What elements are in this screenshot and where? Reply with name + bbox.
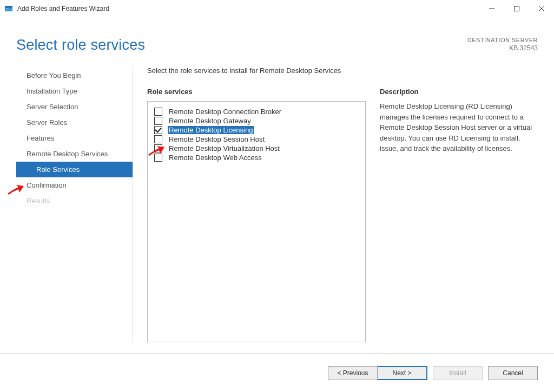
step-role-services[interactable]: Role Services: [16, 162, 133, 177]
install-button: Install: [433, 366, 483, 380]
checkbox-icon[interactable]: [154, 117, 162, 125]
svg-rect-3: [6, 10, 9, 10]
description-heading: Description: [380, 88, 538, 96]
destination-label: DESTINATION SERVER: [467, 37, 538, 43]
cancel-button[interactable]: Cancel: [488, 366, 538, 380]
step-confirmation[interactable]: Confirmation: [16, 177, 133, 193]
step-before-you-begin[interactable]: Before You Begin: [16, 68, 133, 83]
role-services-heading: Role services: [147, 88, 366, 96]
step-results: Results: [16, 193, 133, 209]
role-service-item[interactable]: Remote Desktop Session Host: [152, 135, 361, 144]
role-service-label: Remote Desktop Web Access: [168, 154, 263, 162]
header: Select role services DESTINATION SERVER …: [0, 17, 554, 67]
titlebar: Add Roles and Features Wizard: [0, 0, 554, 17]
role-services-column: Role services Remote Desktop Connection …: [147, 88, 366, 342]
content-columns: Role services Remote Desktop Connection …: [147, 88, 538, 342]
destination-server: DESTINATION SERVER KB.32543: [467, 37, 538, 52]
role-service-item[interactable]: Remote Desktop Licensing: [152, 125, 361, 135]
svg-rect-2: [6, 9, 8, 9]
checkbox-icon[interactable]: [154, 144, 162, 152]
role-service-item[interactable]: Remote Desktop Gateway: [152, 116, 361, 125]
description-text: Remote Desktop Licensing (RD Licensing) …: [380, 101, 538, 154]
svg-rect-5: [515, 6, 519, 11]
footer: < Previous Next > Install Cancel: [0, 353, 554, 392]
minimize-button[interactable]: [479, 0, 504, 17]
role-services-listbox[interactable]: Remote Desktop Connection Broker Remote …: [147, 101, 366, 342]
next-button[interactable]: Next >: [378, 366, 427, 380]
step-server-roles[interactable]: Server Roles: [16, 115, 133, 130]
role-service-label: Remote Desktop Virtualization Host: [168, 144, 281, 152]
checkbox-icon[interactable]: [154, 135, 162, 143]
description-column: Description Remote Desktop Licensing (RD…: [380, 88, 538, 342]
role-service-label: Remote Desktop Connection Broker: [168, 108, 282, 116]
instruction-text: Select the role services to install for …: [147, 67, 538, 75]
role-service-item[interactable]: Remote Desktop Web Access: [152, 153, 361, 162]
main: Before You Begin Installation Type Serve…: [0, 67, 554, 342]
role-service-item[interactable]: Remote Desktop Virtualization Host: [152, 144, 361, 153]
window-controls: [479, 0, 554, 17]
app-icon: [4, 4, 13, 13]
step-features[interactable]: Features: [16, 130, 133, 146]
close-button[interactable]: [529, 0, 554, 17]
role-service-label: Remote Desktop Gateway: [168, 117, 252, 125]
svg-rect-1: [5, 6, 12, 8]
step-remote-desktop-services[interactable]: Remote Desktop Services: [16, 146, 133, 162]
destination-name: KB.32543: [467, 44, 538, 52]
previous-button[interactable]: < Previous: [328, 366, 378, 380]
checkbox-icon[interactable]: [154, 154, 162, 162]
wizard-steps-sidebar: Before You Begin Installation Type Serve…: [16, 67, 133, 342]
checkbox-icon[interactable]: [154, 108, 162, 116]
step-server-selection[interactable]: Server Selection: [16, 99, 133, 115]
maximize-button[interactable]: [504, 0, 529, 17]
window-title: Add Roles and Features Wizard: [17, 5, 479, 12]
content: Select the role services to install for …: [133, 67, 538, 342]
role-service-label: Remote Desktop Licensing: [168, 126, 254, 134]
checkbox-icon[interactable]: [154, 126, 162, 134]
page-title: Select role services: [16, 37, 145, 54]
nav-button-group: < Previous Next >: [328, 366, 427, 380]
step-installation-type[interactable]: Installation Type: [16, 83, 133, 99]
role-service-label: Remote Desktop Session Host: [168, 135, 266, 143]
role-service-item[interactable]: Remote Desktop Connection Broker: [152, 107, 361, 116]
